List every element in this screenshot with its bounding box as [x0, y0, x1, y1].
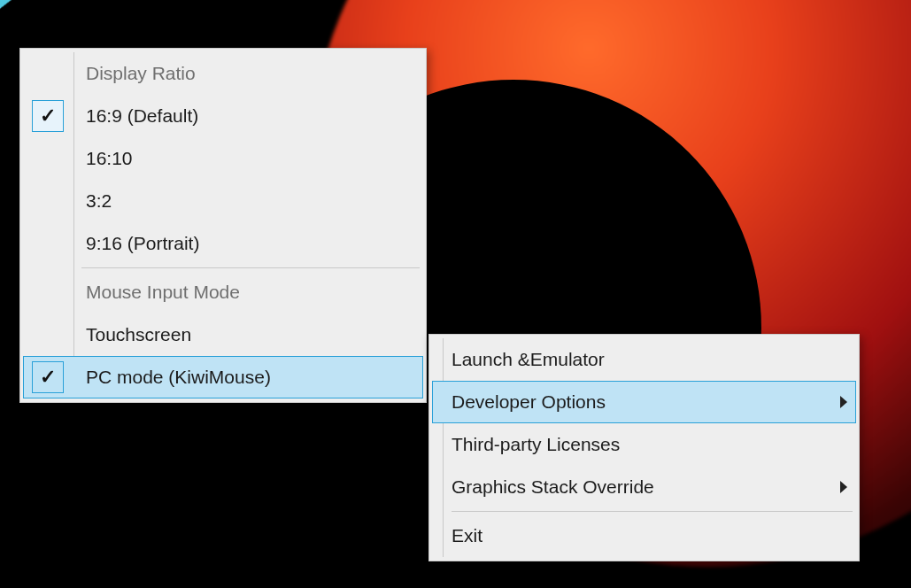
menu-separator: [452, 511, 853, 512]
menu-item-label: Graphics Stack Override: [441, 476, 831, 498]
menu-item-label: Developer Options: [441, 391, 831, 413]
menu-item-pc-mode[interactable]: ✓ PC mode (KiwiMouse): [23, 356, 423, 398]
checked-indicator: ✓: [32, 100, 64, 132]
developer-options-submenu: Display Ratio ✓ 16:9 (Default) 16:10 3:2…: [19, 48, 427, 403]
menu-item-launch-emulator[interactable]: Launch &Emulator: [432, 338, 856, 381]
menu-item-label: 16:10: [72, 148, 423, 169]
menu-item-licenses[interactable]: Third-party Licenses: [432, 423, 856, 466]
menu-item-label: Third-party Licenses: [441, 434, 856, 455]
menu-item-exit[interactable]: Exit: [432, 514, 856, 557]
check-icon: ✓: [40, 104, 56, 128]
menu-item-label: Launch &Emulator: [441, 349, 856, 370]
submenu-arrow-icon: [831, 481, 856, 493]
menu-item-label: Touchscreen: [72, 324, 423, 345]
menu-section-header-mouse-input: Mouse Input Mode: [23, 271, 423, 313]
menu-item-ratio-9-16[interactable]: 9:16 (Portrait): [23, 222, 423, 265]
section-header-label: Display Ratio: [72, 63, 423, 84]
menu-item-label: 3:2: [72, 190, 423, 212]
menu-item-ratio-3-2[interactable]: 3:2: [23, 180, 423, 222]
menu-section-header-display-ratio: Display Ratio: [23, 52, 423, 95]
checked-indicator: ✓: [32, 361, 64, 393]
menu-item-graphics-stack-override[interactable]: Graphics Stack Override: [432, 466, 856, 508]
submenu-arrow-icon: [831, 396, 856, 408]
menu-item-ratio-16-9[interactable]: ✓ 16:9 (Default): [23, 95, 423, 137]
menu-item-ratio-16-10[interactable]: 16:10: [23, 137, 423, 180]
section-header-label: Mouse Input Mode: [72, 282, 423, 303]
menu-item-label: PC mode (KiwiMouse): [72, 367, 423, 388]
menu-item-touchscreen[interactable]: Touchscreen: [23, 313, 423, 356]
check-icon: ✓: [40, 366, 56, 389]
main-context-menu: Launch &Emulator Developer Options Third…: [428, 334, 860, 561]
menu-item-label: 16:9 (Default): [72, 105, 423, 127]
menu-item-label: 9:16 (Portrait): [72, 233, 423, 254]
menu-separator: [81, 267, 420, 268]
menu-item-developer-options[interactable]: Developer Options: [432, 381, 856, 423]
menu-item-label: Exit: [441, 525, 856, 546]
